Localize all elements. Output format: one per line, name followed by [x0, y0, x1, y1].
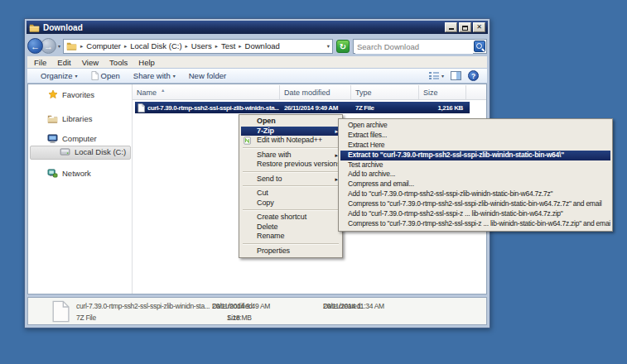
submenu-item-test-archive[interactable]: Test archive: [340, 160, 610, 170]
desktop: Download ✕ ← → ▾ ▸ Computer ▸ Local Disk…: [0, 0, 627, 364]
column-label: Size: [423, 89, 438, 97]
column-header-size[interactable]: Size: [419, 85, 466, 99]
column-label: Type: [355, 89, 372, 97]
menu-separator: [243, 243, 339, 245]
minimize-icon: [449, 28, 454, 30]
submenu-item-open-archive[interactable]: Open archive: [340, 121, 610, 131]
title-bar[interactable]: Download ✕: [27, 21, 488, 34]
sidebar-item-local-disk[interactable]: Local Disk (C:): [60, 147, 126, 156]
context-menu-item-create-shortcut[interactable]: Create shortcut: [241, 213, 340, 223]
breadcrumb-item-users[interactable]: Users: [191, 41, 212, 50]
submenu-item-add-to-archive[interactable]: Add to archive...: [340, 170, 610, 180]
sidebar-item-label: Favorites: [62, 90, 94, 99]
submenu-item-compress-to-zip-and-email[interactable]: Compress to "curl-7.39.0-rtmp-ssh2-ssl-s…: [340, 219, 610, 229]
context-menu-item-share-with[interactable]: Share with ▸: [241, 151, 340, 160]
menu-edit[interactable]: Edit: [57, 58, 70, 67]
views-button[interactable]: ▾: [429, 72, 444, 79]
search-box: [353, 39, 487, 54]
maximize-icon: [462, 26, 468, 31]
close-icon: ✕: [476, 23, 482, 31]
breadcrumb-item-download[interactable]: Download: [245, 41, 280, 50]
sidebar-item-network[interactable]: Network: [47, 169, 91, 178]
address-row: ← → ▾ ▸ Computer ▸ Local Disk (C:) ▸ Use…: [27, 36, 487, 55]
column-header-type[interactable]: Type: [351, 85, 419, 99]
organize-label: Organize: [41, 71, 73, 80]
column-label: Name: [137, 89, 157, 97]
submenu-item-extract-here[interactable]: Extract Here: [340, 141, 610, 151]
menu-separator: [243, 185, 339, 187]
file-icon: [91, 71, 99, 80]
context-menu-item-edit-with-notepad[interactable]: Edit with Notepad++: [241, 136, 340, 146]
chevron-down-icon: ▾: [441, 73, 444, 79]
history-dropdown-icon[interactable]: ▾: [58, 43, 60, 49]
menu-tools[interactable]: Tools: [109, 58, 128, 67]
submenu-item-add-to-7z[interactable]: Add to "curl-7.39.0-rtmp-ssh2-ssl-sspi-z…: [340, 189, 610, 199]
window-title: Download: [43, 23, 83, 32]
close-button[interactable]: ✕: [473, 22, 485, 32]
search-icon: [476, 43, 484, 50]
minimize-button[interactable]: [445, 22, 457, 32]
command-toolbar: Organize ▾ Open Share with ▾ New folder: [27, 69, 487, 84]
maximize-button[interactable]: [459, 22, 471, 32]
submenu-item-compress-to-7z-and-email[interactable]: Compress to "curl-7.39.0-rtmp-ssh2-ssl-s…: [340, 199, 610, 209]
help-button[interactable]: ?: [468, 70, 479, 81]
breadcrumb-item-computer[interactable]: Computer: [86, 41, 121, 50]
submenu-item-extract-files[interactable]: Extract files...: [340, 131, 610, 141]
context-menu-item-properties[interactable]: Properties: [241, 247, 340, 256]
file-date-modified: 26/11/2014 9:49 AM: [280, 104, 351, 112]
new-folder-label: New folder: [189, 71, 226, 80]
column-label: Date modified: [284, 89, 330, 97]
table-row[interactable]: curl-7.39.0-rtmp-ssh2-ssl-sspi-zlib-wini…: [135, 102, 470, 113]
context-menu-item-label: Edit with Notepad++: [257, 136, 322, 144]
sidebar-item-favorites[interactable]: Favorites: [48, 89, 94, 99]
context-menu-item-label: 7-Zip: [257, 127, 274, 135]
open-button[interactable]: Open: [91, 71, 120, 80]
breadcrumb-sep-icon: ▸: [80, 43, 83, 50]
context-menu-item-cut[interactable]: Cut: [241, 189, 340, 199]
share-with-label: Share with: [133, 71, 171, 80]
sidebar-item-label: Libraries: [62, 114, 92, 123]
sidebar-item-libraries[interactable]: Libraries: [47, 114, 92, 123]
preview-pane-button[interactable]: [451, 71, 461, 80]
menu-view[interactable]: View: [82, 58, 99, 67]
address-dropdown-icon[interactable]: ▾: [327, 43, 330, 50]
search-input[interactable]: [355, 41, 473, 54]
context-menu-item-send-to[interactable]: Send to ▸: [241, 175, 340, 184]
7zip-submenu: Open archive Extract files... Extract He…: [338, 118, 613, 232]
star-icon: [48, 89, 58, 99]
computer-icon: [47, 134, 58, 143]
context-menu-item-delete[interactable]: Delete: [241, 223, 340, 232]
new-folder-button[interactable]: New folder: [189, 71, 226, 80]
refresh-button[interactable]: ↻: [336, 40, 350, 53]
network-icon: [47, 169, 58, 178]
menu-file[interactable]: File: [34, 58, 46, 67]
folder-icon: [29, 23, 40, 32]
submenu-item-extract-to[interactable]: Extract to "curl-7.39.0-rtmp-ssh2-ssl-ss…: [340, 151, 610, 160]
submenu-item-add-to-zip[interactable]: Add to "curl-7.39.0-rtmp-ssh2-ssl-sspi-z…: [340, 209, 610, 219]
back-button[interactable]: ←: [27, 38, 43, 54]
breadcrumb[interactable]: ▸ Computer ▸ Local Disk (C:) ▸ Users ▸ T…: [63, 39, 333, 54]
menu-separator: [243, 209, 339, 211]
back-arrow-icon: ←: [31, 41, 40, 51]
menu-separator: [243, 171, 339, 173]
chevron-down-icon: ▾: [173, 73, 176, 79]
context-menu-item-7zip[interactable]: 7-Zip ▸: [241, 127, 340, 136]
hard-drive-icon: [60, 148, 70, 156]
sidebar-item-label: Computer: [62, 134, 97, 143]
sidebar-item-computer[interactable]: Computer: [47, 134, 97, 143]
share-with-button[interactable]: Share with ▾: [133, 71, 176, 80]
context-menu-item-copy[interactable]: Copy: [241, 199, 340, 208]
breadcrumb-item-test[interactable]: Test: [221, 41, 235, 50]
column-header-date-modified[interactable]: Date modified: [280, 85, 351, 99]
breadcrumb-item-local-disk[interactable]: Local Disk (C:): [130, 41, 181, 50]
context-menu-item-label: Share with: [257, 151, 292, 159]
context-menu-item-open[interactable]: Open: [241, 117, 340, 127]
column-header-name[interactable]: Name ▲: [133, 85, 280, 99]
submenu-item-compress-and-email[interactable]: Compress and email...: [340, 180, 610, 189]
search-button[interactable]: [474, 41, 485, 52]
organize-button[interactable]: Organize ▾: [41, 71, 78, 80]
menu-help[interactable]: Help: [138, 58, 155, 67]
context-menu-item-restore-previous-versions[interactable]: Restore previous versions: [241, 160, 340, 170]
context-menu-item-rename[interactable]: Rename: [241, 232, 340, 242]
folder-icon: [66, 41, 77, 50]
